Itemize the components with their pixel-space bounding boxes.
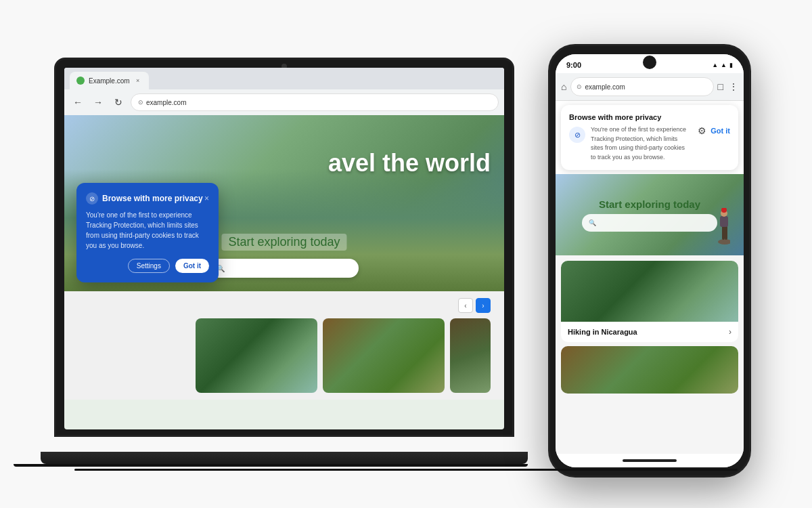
phone-camera [643,56,656,69]
bottom-decorative-line [74,469,738,471]
phone-hero-search[interactable]: 🔍 [582,214,717,232]
laptop-device: Example.com × ← → ↻ ⊙ example.com [54,58,514,464]
main-scene: Example.com × ← → ↻ ⊙ example.com [34,17,778,491]
hero-search-bar[interactable]: 🔍 [210,259,359,278]
carousel-controls: ‹ › [458,298,491,313]
phone-privacy-popup: Browse with more privacy ⊘ You're one of… [561,105,738,170]
phone-new-tab-button[interactable]: □ [718,81,723,92]
phone-address-text: example.com [585,83,625,91]
phone-popup-shield-icon: ⊘ [569,127,585,143]
address-text: example.com [146,99,186,106]
phone-hero-title: Start exploring today [599,198,700,210]
phone-card-1-chevron: › [729,327,731,337]
phone-website: Start exploring today 🔍 Hiking in Nicara… [556,174,744,454]
privacy-popup-laptop: ⊘ Browse with more privacy × You're one … [76,183,219,282]
phone-card-1-footer: Hiking in Nicaragua › [561,322,738,342]
phone-content: Hiking in Nicaragua › [556,255,744,454]
phone-card-1[interactable]: Hiking in Nicaragua › [561,261,738,342]
phone-nav-icons: □ ⋮ [718,81,738,92]
phone-wifi-icon: ▲ [712,62,718,68]
back-button[interactable]: ← [70,94,86,110]
hero-main-text: avel the world [328,149,491,177]
laptop-body: Example.com × ← → ↻ ⊙ example.com [54,58,514,437]
popup-body-text: You're one of the first to experience Tr… [86,210,209,251]
phone-popup-actions: ⚙ Got it [698,125,730,136]
tab-favicon [76,77,85,85]
phone-browser-chrome: ⌂ ⊙ example.com □ ⋮ [556,73,744,101]
phone-address-bar[interactable]: ⊙ example.com [570,77,713,96]
address-bar[interactable]: ⊙ example.com [131,93,499,111]
forward-button[interactable]: → [90,94,106,110]
phone-card-2[interactable] [561,346,738,394]
svg-rect-10 [725,225,727,240]
phone-signal-icon: ▲ [721,62,727,68]
phone-hero-figure [710,208,730,249]
popup-settings-button[interactable]: Settings [128,259,170,273]
popup-title: Browse with more privacy [102,194,203,203]
svg-rect-11 [720,216,728,227]
phone-hero: Start exploring today 🔍 [556,174,744,255]
popup-buttons: Settings Got it [86,259,209,273]
refresh-button[interactable]: ↻ [110,94,127,110]
thumbnail-3[interactable] [450,318,491,393]
hero-sub-text: Start exploring today [221,234,346,251]
popup-header: ⊘ Browse with more privacy × [86,192,209,205]
browser-tab[interactable]: Example.com × [70,72,149,89]
phone-popup-title: Browse with more privacy [569,113,730,121]
carousel-next-button[interactable]: › [476,298,491,313]
phone-card-1-title: Hiking in Nicaragua [568,328,637,336]
popup-shield-icon: ⊘ [86,192,98,205]
website-hero: avel the world Start exploring today 🔍 ⊘ [64,115,504,291]
phone-status-icons: ▲ ▲ ▮ [712,62,733,68]
phone-home-indicator [556,454,744,467]
site-info-icon: ⊙ [138,99,143,106]
popup-got-it-button[interactable]: Got it [175,259,209,273]
nav-bar: ← → ↻ ⊙ example.com [64,89,504,115]
thumbnail-1[interactable] [196,318,317,393]
phone-settings-button[interactable]: ⚙ [698,125,706,136]
browser-chrome: Example.com × ← → ↻ ⊙ example.com [64,68,504,115]
phone-site-info-icon: ⊙ [577,83,582,90]
phone-nav-bar: ⌂ ⊙ example.com □ ⋮ [561,77,738,96]
phone-menu-button[interactable]: ⋮ [729,81,738,92]
phone-search-icon: 🔍 [589,219,596,226]
phone-card-1-image [561,261,738,322]
laptop-base-line [14,464,528,467]
website-bottom: ‹ › [64,291,504,400]
carousel-prev-button[interactable]: ‹ [458,298,473,313]
phone-home-bar [623,459,677,462]
phone-card-2-image [561,346,738,394]
thumbnail-2[interactable] [323,318,445,393]
phone-battery-icon: ▮ [729,62,733,68]
popup-title-row: ⊘ Browse with more privacy [86,192,203,205]
phone-device: 9:00 ▲ ▲ ▮ ⌂ ⊙ example.com □ ⋮ [548,44,751,478]
svg-rect-9 [722,225,725,240]
phone-got-it-button[interactable]: Got it [710,127,730,135]
svg-point-8 [718,239,730,245]
tab-close-button[interactable]: × [134,77,142,85]
tab-label: Example.com [89,77,130,85]
laptop-base [41,452,528,464]
laptop-screen: Example.com × ← → ↻ ⊙ example.com [64,68,504,429]
popup-close-button[interactable]: × [204,194,209,203]
phone-popup-body: You're one of the first to experience Tr… [591,125,690,162]
thumbnails-row [189,318,497,393]
phone-time: 9:00 [566,61,581,69]
phone-home-button[interactable]: ⌂ [561,81,566,92]
phone-screen: 9:00 ▲ ▲ ▮ ⌂ ⊙ example.com □ ⋮ [556,54,744,467]
tab-bar: Example.com × [64,68,504,89]
phone-popup-content-row: ⊘ You're one of the first to experience … [569,125,730,162]
